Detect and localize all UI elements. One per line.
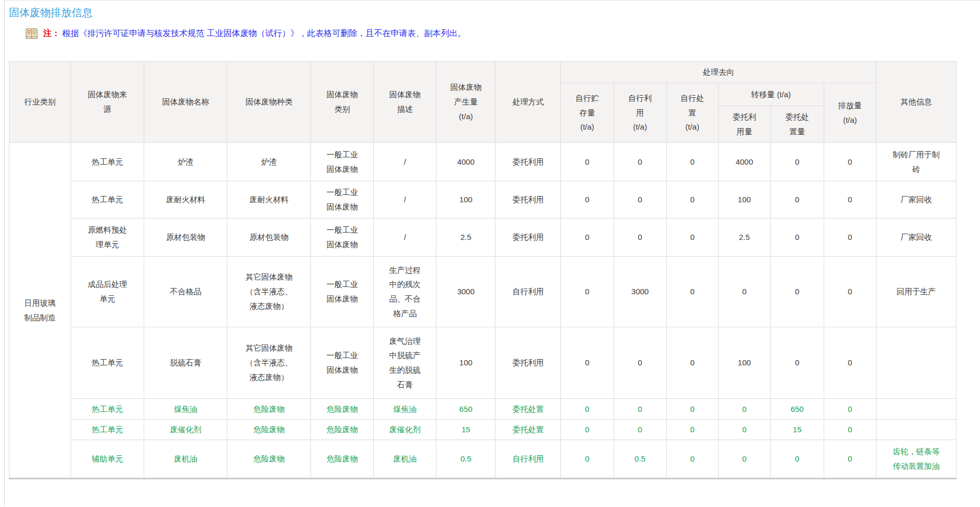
cell-emission: 0 [824, 327, 876, 399]
cell-self-use: 0 [614, 420, 666, 440]
cell-other [876, 420, 956, 440]
table-row: 原燃料预处 理单元 原材包装物 原材包装物 一般工业 固体废物 / 2.5 委托… [9, 218, 956, 257]
cell-amount: 3000 [436, 257, 495, 327]
cell-other: 厂家回收 [876, 181, 956, 218]
cell-transfer-use: 0 [718, 399, 770, 420]
cell-emission: 0 [824, 399, 876, 420]
cell-type: 其它固体废物 （含半液态、 液态废物） [227, 327, 311, 399]
cell-other: 回用于生产 [876, 257, 956, 327]
cell-category: 危险废物 [311, 440, 374, 479]
cell-name: 不合格品 [144, 257, 227, 327]
cell-transfer-use: 100 [718, 181, 770, 218]
cell-category: 一般工业 固体废物 [311, 257, 374, 327]
cell-source: 原燃料预处 理单元 [71, 218, 144, 257]
cell-transfer-dispose: 0 [770, 440, 824, 479]
cell-self-dispose: 0 [666, 218, 718, 257]
col-header-type: 固体废物种类 [227, 62, 311, 143]
cell-self-use: 0 [614, 181, 666, 218]
cell-name: 废机油 [144, 440, 227, 479]
cell-emission: 0 [824, 181, 876, 218]
cell-name: 废耐火材料 [144, 181, 227, 218]
cell-transfer-use: 0 [718, 420, 770, 440]
table-row-hazardous: 辅助单元 废机油 危险废物 危险废物 废机油 0.5 自行利用 0 0.5 0 … [9, 440, 956, 479]
col-header-description: 固体废物 描述 [374, 62, 436, 143]
cell-source: 辅助单元 [71, 440, 144, 479]
col-header-self-use: 自行利 用 (t/a) [614, 83, 666, 143]
cell-self-storage: 0 [561, 440, 614, 479]
cell-transfer-use: 100 [718, 327, 770, 399]
table-row-hazardous: 热工单元 废催化剂 危险废物 危险废物 废催化剂 15 委托处置 0 0 0 0… [9, 420, 956, 440]
cell-self-storage: 0 [561, 257, 614, 327]
cell-description: 生产过程 中的残次 品、不合 格产品 [374, 257, 436, 327]
cell-emission: 0 [824, 420, 876, 440]
cell-type: 原材包装物 [227, 218, 311, 257]
cell-self-dispose: 0 [666, 327, 718, 399]
solid-waste-emission-table: 行业类别 固体废物来 源 固体废物名称 固体废物种类 固体废物 类别 固体废物 … [9, 61, 956, 479]
cell-source: 热工单元 [71, 399, 144, 420]
cell-transfer-use: 2.5 [718, 218, 770, 257]
cell-description: / [374, 218, 436, 257]
col-header-name: 固体废物名称 [144, 62, 227, 143]
cell-method: 自行利用 [495, 440, 561, 479]
cell-other [876, 399, 956, 420]
cell-self-storage: 0 [561, 327, 614, 399]
book-icon [25, 28, 38, 39]
cell-self-storage: 0 [561, 218, 614, 257]
cell-transfer-use: 4000 [718, 143, 770, 181]
cell-self-dispose: 0 [666, 399, 718, 420]
content-panel: 固体废物排放信息 注： 根据《排污许可证申请与核发技术规范 工业固体废物（试行）… [4, 0, 980, 506]
cell-category: 一般工业 固体废物 [311, 218, 374, 257]
cell-industry: 日用玻璃 制品制造 [9, 143, 71, 479]
cell-category: 危险废物 [311, 399, 374, 420]
cell-amount: 0.5 [436, 440, 495, 479]
section-title[interactable]: 固体废物排放信息 [9, 6, 980, 19]
cell-self-dispose: 0 [666, 181, 718, 218]
col-header-method: 处理方式 [495, 62, 561, 143]
table-row: 日用玻璃 制品制造 热工单元 炉渣 炉渣 一般工业 固体废物 / 4000 委托… [9, 143, 956, 181]
col-header-source: 固体废物来 源 [71, 62, 144, 143]
col-header-self-storage: 自行贮 存量 (t/a) [561, 83, 614, 143]
cell-category: 一般工业 固体废物 [311, 143, 374, 181]
cell-other [876, 327, 956, 399]
cell-transfer-use: 0 [718, 440, 770, 479]
cell-method: 委托利用 [495, 218, 561, 257]
note-text: 根据《排污许可证申请与核发技术规范 工业固体废物（试行）》，此表格可删除，且不在… [62, 28, 466, 39]
cell-description: / [374, 143, 436, 181]
cell-emission: 0 [824, 218, 876, 257]
cell-transfer-dispose: 0 [770, 181, 824, 218]
cell-amount: 650 [436, 399, 495, 420]
cell-description: 废机油 [374, 440, 436, 479]
cell-category: 一般工业 固体废物 [311, 327, 374, 399]
cell-type: 危险废物 [227, 440, 311, 479]
cell-transfer-dispose: 0 [770, 257, 824, 327]
cell-self-dispose: 0 [666, 420, 718, 440]
cell-amount: 100 [436, 181, 495, 218]
cell-method: 委托利用 [495, 143, 561, 181]
note-label: 注： [43, 28, 60, 39]
cell-category: 一般工业 固体废物 [311, 181, 374, 218]
note: 注： 根据《排污许可证申请与核发技术规范 工业固体废物（试行）》，此表格可删除，… [25, 28, 980, 39]
cell-method: 自行利用 [495, 257, 561, 327]
cell-source: 热工单元 [71, 181, 144, 218]
cell-method: 委托处置 [495, 420, 561, 440]
cell-amount: 2.5 [436, 218, 495, 257]
cell-self-storage: 0 [561, 181, 614, 218]
cell-emission: 0 [824, 440, 876, 479]
cell-name: 炉渣 [144, 143, 227, 181]
cell-type: 炉渣 [227, 143, 311, 181]
cell-transfer-dispose: 0 [770, 327, 824, 399]
cell-name: 废催化剂 [144, 420, 227, 440]
cell-emission: 0 [824, 257, 876, 327]
cell-method: 委托利用 [495, 327, 561, 399]
col-header-category: 固体废物 类别 [311, 62, 374, 143]
cell-name: 脱硫石膏 [144, 327, 227, 399]
cell-self-storage: 0 [561, 143, 614, 181]
cell-transfer-dispose: 650 [770, 399, 824, 420]
table-row: 成品后处理 单元 不合格品 其它固体废物 （含半液态、 液态废物） 一般工业 固… [9, 257, 956, 327]
cell-source: 热工单元 [71, 327, 144, 399]
cell-type: 危险废物 [227, 420, 311, 440]
cell-self-storage: 0 [561, 399, 614, 420]
col-header-transfer: 转移量 (t/a) [718, 83, 824, 106]
cell-category: 危险废物 [311, 420, 374, 440]
cell-amount: 100 [436, 327, 495, 399]
